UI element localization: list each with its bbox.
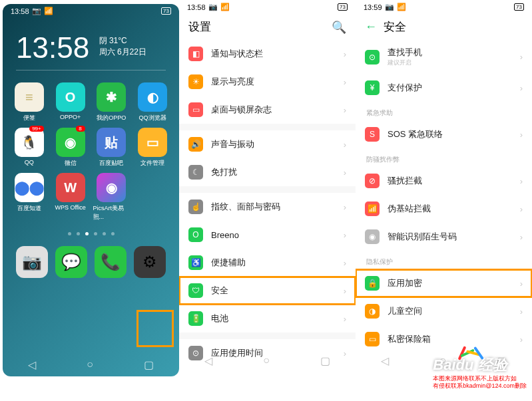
nav-back-icon[interactable]: ◁ [381,354,389,367]
settings-item[interactable]: ☾免打扰› [179,158,356,186]
status-bar: 13:58 📷 📶 73 [179,0,356,14]
nav-home-icon[interactable]: ○ [263,354,270,366]
settings-item[interactable]: ▭桌面与锁屏杂志› [179,96,356,124]
app-icon[interactable]: ⬤⬤百度知道 [11,173,48,221]
settings-item[interactable]: ♿便捷辅助› [179,249,356,277]
app-label: 百度知道 [17,204,41,213]
app-glyph-icon: O [56,82,85,112]
app-icon[interactable]: ◉PicsArt美易照... [93,173,131,221]
settings-item[interactable]: ◑儿童空间› [356,297,532,325]
chevron-right-icon: › [520,279,523,289]
nav-recent-icon[interactable]: ▢ [320,354,330,367]
item-label: Breeno [211,230,344,240]
chevron-right-icon: › [344,202,346,212]
nav-back-icon[interactable]: ◁ [204,354,212,367]
search-icon[interactable]: 🔍 [332,20,346,35]
item-icon: ◉ [365,229,380,244]
dock-camera[interactable]: 📷 [16,246,48,278]
badge: 99+ [29,126,44,132]
dock-settings[interactable]: ⚙ [134,246,166,278]
watermark-line1: 本图来源网络联系不上版权方如 [433,375,527,383]
chevron-right-icon: › [344,77,346,87]
settings-item[interactable]: 🔋电池› [179,305,356,333]
settings-item[interactable]: SSOS 紧急联络› [356,120,532,148]
app-icon[interactable]: ◉微信8 [52,128,89,168]
chevron-right-icon: › [520,307,523,317]
wifi-icon: 📶 [220,3,230,11]
item-icon: 🔒 [365,276,380,291]
chevron-right-icon: › [344,230,346,240]
settings-item[interactable]: ⊙查找手机建议开启› [356,40,532,74]
settings-item[interactable]: 🛡安全› [179,277,356,305]
item-icon: ☝ [188,200,203,214]
back-arrow-icon[interactable]: ← [365,20,377,34]
chevron-right-icon: › [520,232,523,242]
app-icon[interactable]: 贴百度贴吧 [93,128,131,168]
item-label: 桌面与锁屏杂志 [211,104,344,116]
dock-messages[interactable]: 💬 [55,246,87,278]
app-glyph-icon: W [56,173,85,202]
settings-item[interactable]: ◉智能识别陌生号码› [356,223,532,251]
app-icon[interactable]: ◐QQ浏览器 [134,82,171,122]
nav-recent-icon[interactable]: ▢ [144,358,154,371]
settings-item[interactable]: ☝指纹、面部与密码› [179,193,356,221]
app-icon[interactable]: ▭文件管理 [134,128,171,168]
app-icon[interactable]: 🐧QQ99+ [11,128,48,168]
app-icon[interactable]: OOPPO+ [52,82,89,122]
nav-home-icon[interactable]: ○ [87,358,93,370]
item-icon: ▭ [365,332,380,346]
app-glyph-icon: ◐ [138,82,167,112]
settings-item[interactable]: ☀显示与亮度› [179,68,356,96]
highlight-settings-icon [136,310,174,347]
dock: 📷💬📞⚙ [3,246,179,291]
settings-header: 设置 🔍 [179,14,356,40]
app-grid: ≡便签OOPPO+✱我的OPPO◐QQ浏览器🐧QQ99+◉微信8贴百度贴吧▭文件… [3,82,179,221]
camera-indicator-icon: 📷 [32,7,41,15]
watermark: Baidu 经验 本图来源网络联系不上版权方如 有侵权联系bkadmin@124… [433,355,527,390]
nav-back-icon[interactable]: ◁ [28,358,36,371]
nav-bar: ◁ ○ ▢ [179,348,356,372]
app-label: 便签 [23,114,35,122]
page-indicator[interactable] [3,221,179,246]
clock-widget[interactable]: 13:58 阴 31°C周六 6月22日 [3,18,179,82]
settings-item[interactable]: 🔊声音与振动› [179,130,356,158]
app-glyph-icon: ▭ [138,128,167,157]
item-icon: 🛡 [188,283,203,298]
settings-item[interactable]: ◧通知与状态栏› [179,40,356,68]
item-icon: O [188,227,203,242]
app-glyph-icon: ✱ [97,82,126,112]
chevron-right-icon: › [520,204,523,214]
item-label: SOS 紧急联络 [388,128,520,140]
security-header: ← 安全 [356,14,532,40]
page-title: 安全 [384,19,523,35]
item-label: 儿童空间 [388,305,520,317]
settings-item[interactable]: ¥支付保护› [356,74,532,102]
settings-list: ◧通知与状态栏›☀显示与亮度›▭桌面与锁屏杂志›🔊声音与振动›☾免打扰›☝指纹、… [179,40,356,372]
section-header: 紧急求助 [356,102,532,120]
status-time: 13:58 [11,7,29,15]
app-glyph-icon: ⬤⬤ [15,173,44,202]
dock-phone[interactable]: 📞 [95,246,127,278]
item-label: 免打扰 [211,166,344,178]
item-icon: 🔋 [188,311,203,326]
battery-indicator: 73 [514,3,524,11]
app-label: PicsArt美易照... [93,204,131,221]
app-icon[interactable]: WWPS Office [52,173,89,221]
chevron-right-icon: › [344,314,346,324]
settings-item[interactable]: 📶伪基站拦截› [356,195,532,223]
item-icon: ⊙ [365,50,380,65]
settings-item[interactable]: OBreeno› [179,221,356,249]
home-screen: 13:58 📷 📶 73 13:58 阴 31°C周六 6月22日 ≡便签OOP… [3,4,179,376]
section-header: 防骚扰作弊 [356,148,532,167]
app-label: 微信 [65,159,77,168]
settings-item[interactable]: 🔒应用加密› [356,269,532,297]
settings-item[interactable]: ⊘骚扰拦截› [356,167,532,195]
app-icon[interactable]: ✱我的OPPO [93,82,131,122]
chevron-right-icon: › [520,83,523,93]
app-icon[interactable]: ≡便签 [11,82,48,122]
item-icon: ⊘ [365,174,380,188]
section-header: 隐私保护 [356,251,532,269]
app-glyph-icon: 贴 [97,128,126,157]
chevron-right-icon: › [520,334,523,344]
item-label: 支付保护 [388,82,520,94]
